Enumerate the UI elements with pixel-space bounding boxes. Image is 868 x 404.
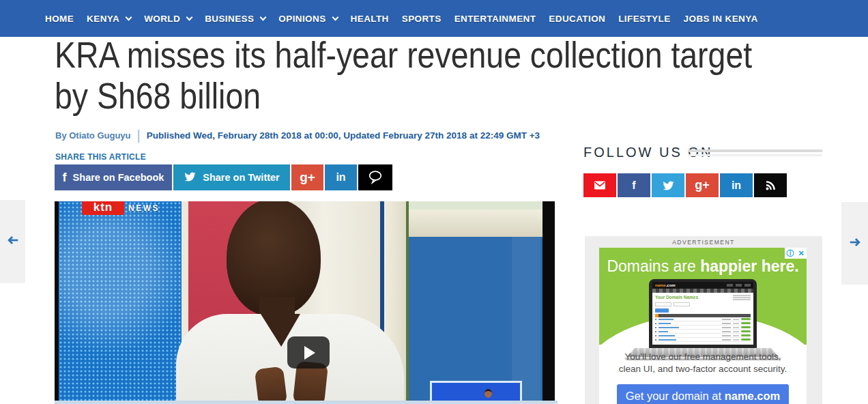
nav-item-label: HOME [45,14,74,24]
rss-icon [764,179,777,192]
laptop-brand: name.com [655,283,676,287]
arrow-left-icon [7,235,19,248]
share-googleplus-button[interactable]: g+ [291,164,323,190]
share-twitter-label: Share on Twitter [203,172,280,183]
linkedin-icon: in [336,171,345,184]
follow-gplus-button[interactable]: g+ [686,173,719,197]
follow-us-divider [688,149,822,156]
twitter-icon [662,180,675,191]
nav-item-label: LIFESTYLE [618,14,670,24]
nav-item-label: JOBS IN KENYA [684,14,758,24]
video-black-bar-right [542,201,555,404]
chevron-down-icon [260,14,267,20]
nav-item-lifestyle[interactable]: LIFESTYLE [618,14,670,24]
nav-item-label: EDUCATION [549,14,605,24]
top-nav: HOMEKENYAWORLDBUSINESSOPINIONSHEALTHSPOR… [0,0,868,37]
share-linkedin-button[interactable]: in [325,164,357,190]
google-plus-icon: g+ [695,178,710,192]
ad-laptop-image: name.com Your Domain Names [624,279,781,360]
nav-item-health[interactable]: HEALTH [351,14,389,24]
nav-item-jobs-in-kenya[interactable]: JOBS IN KENYA [684,14,758,24]
ad-cta-button[interactable]: Get your domain at name.com [617,384,789,404]
chevron-down-icon [332,14,338,20]
nav-item-label: OPINIONS [278,14,326,24]
share-this-article-label: SHARE THIS ARTICLE [55,152,146,162]
nav-item-label: HEALTH [351,14,389,24]
ad-body-text: You’ll love our free management tools, c… [599,351,807,375]
studio-horizontal-beam [409,210,555,237]
share-buttons: f Share on Facebook Share on Twitter g+ … [55,164,392,190]
byline: By Otiato Guguyu | Published Wed, Februa… [55,128,540,143]
nav-item-sports[interactable]: SPORTS [402,14,442,24]
follow-facebook-button[interactable]: f [618,173,650,197]
presenter-hand-left [255,366,287,404]
next-article-button[interactable] [841,202,868,285]
byline-author[interactable]: By Otiato Guguyu [55,130,131,141]
follow-social-buttons: fg+in [583,173,787,197]
nav-item-opinions[interactable]: OPINIONS [278,14,337,24]
laptop-screen: name.com Your Domain Names [649,279,757,349]
advertisement-label: ADVERTISEMENT [585,239,822,246]
ad-close-icon[interactable]: ✕ [796,248,807,259]
ad-headline: Domains are happier here. [599,257,807,276]
nav-item-education[interactable]: EDUCATION [549,14,605,24]
studio-pale-strip [409,201,555,210]
chevron-down-icon [186,14,193,20]
twitter-icon [184,171,197,184]
share-facebook-button[interactable]: f Share on Facebook [55,164,172,190]
follow-twitter-button[interactable] [652,173,684,197]
video-black-bar-left [55,201,59,404]
play-button[interactable] [287,336,330,369]
facebook-icon: f [632,179,635,192]
ktn-logo: ktn [82,201,124,215]
byline-published: Published Wed, February 28th 2018 at 00:… [147,130,540,141]
adchoices: ⓘ ✕ [785,248,807,259]
comment-bubble-icon [367,169,384,187]
comments-button[interactable] [358,164,392,190]
google-plus-icon: g+ [300,170,315,185]
nav-item-label: ENTERTAINMENT [454,14,536,24]
studio-map-wall [59,201,182,404]
follow-email-button[interactable] [583,173,616,197]
chevron-down-icon [126,14,132,20]
laptop-dashboard-heading: Your Domain Names [655,295,698,300]
nav-item-home[interactable]: HOME [45,14,74,24]
ad-container: ADVERTISEMENT Domains are happier here. … [585,236,822,404]
video-white-strip [555,201,558,404]
nav-item-label: WORLD [144,14,180,24]
arrow-right-icon [849,237,861,250]
nav-item-kenya[interactable]: KENYA [87,14,131,24]
byline-separator: | [137,128,141,143]
nav-item-label: SPORTS [402,14,442,24]
article-title: KRA misses its half-year revenue collect… [55,34,794,116]
facebook-icon: f [63,171,67,185]
envelope-icon [592,179,607,192]
inset-person [484,389,492,398]
nav-item-label: BUSINESS [205,14,254,24]
nav-item-world[interactable]: WORLD [144,14,192,24]
prev-article-button[interactable] [0,200,25,283]
nav-item-label: KENYA [87,14,119,24]
linkedin-icon: in [732,179,741,192]
video-bottom-strip [55,401,558,404]
video-player[interactable]: ktn NEWS [55,201,558,404]
ad-creative[interactable]: Domains are happier here. ⓘ ✕ name.com Y… [599,248,807,404]
share-twitter-button[interactable]: Share on Twitter [173,164,290,190]
follow-linkedin-button[interactable]: in [720,173,753,197]
share-facebook-label: Share on Facebook [73,172,164,183]
ktn-news-label: NEWS [128,203,160,213]
studio-blue-panel-highlight [512,237,540,404]
adchoices-info-icon[interactable]: ⓘ [785,248,796,259]
nav-item-entertainment[interactable]: ENTERTAINMENT [454,14,536,24]
follow-rss-button[interactable] [754,173,787,197]
nav-item-business[interactable]: BUSINESS [205,14,265,24]
play-icon [304,346,315,360]
